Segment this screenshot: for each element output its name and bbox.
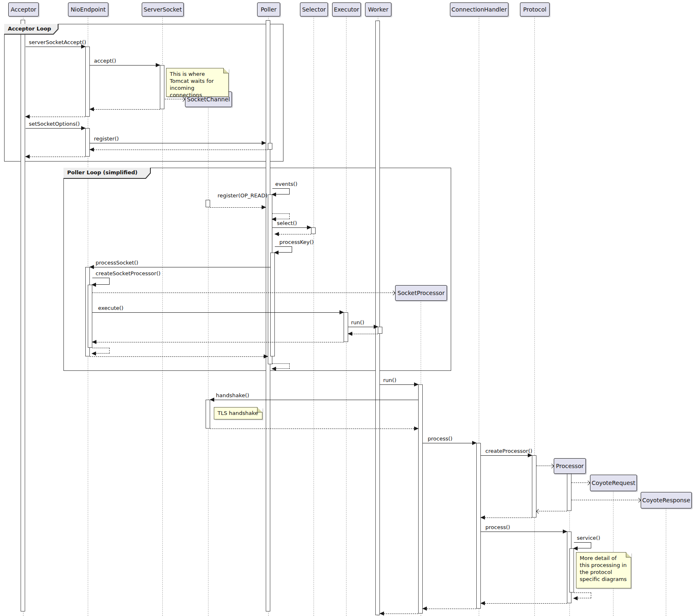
return-serversocket-nioendpoint bbox=[90, 109, 160, 110]
return-nioendpoint-acceptor-1 bbox=[26, 117, 85, 117]
label-events: events() bbox=[275, 181, 297, 187]
arrowhead-icon bbox=[272, 192, 276, 197]
participant-poller: Poller bbox=[257, 2, 280, 16]
arrowhead-icon bbox=[480, 515, 485, 520]
participant-processor: Processor bbox=[554, 458, 586, 474]
label-accept: accept() bbox=[94, 58, 116, 64]
sequence-diagram: Acceptor Loop Poller Loop (simplified) bbox=[0, 0, 693, 616]
arrow-process-connection bbox=[423, 443, 476, 443]
arrowhead-icon bbox=[272, 367, 276, 371]
arrow-handshake bbox=[210, 400, 418, 400]
arrowhead-icon bbox=[348, 332, 352, 336]
label-register: register() bbox=[94, 136, 119, 142]
frame-acceptor-loop-tab: Acceptor Loop bbox=[4, 24, 59, 35]
self-message-createsocketprocessor bbox=[92, 278, 110, 285]
activation-processor-1 bbox=[567, 473, 571, 511]
arrowhead-icon bbox=[210, 398, 214, 402]
note-tls-handshake: TLS handshake bbox=[214, 407, 262, 419]
arrowhead-icon bbox=[563, 529, 567, 534]
return-connectionhandler-socketprocessor bbox=[423, 609, 476, 609]
arrow-processsocket bbox=[90, 267, 270, 267]
note-fold-line bbox=[626, 552, 631, 557]
note-tomcat-waits-text: This is where Tomcat waits for incoming … bbox=[170, 71, 214, 98]
activation-processor-service bbox=[569, 548, 574, 593]
arrow-setsocketoptions bbox=[26, 128, 85, 129]
label-service: service() bbox=[577, 535, 600, 541]
arrow-createprocessor bbox=[481, 455, 532, 456]
arrowhead-icon bbox=[573, 596, 578, 600]
arrow-run-socketprocessor bbox=[380, 384, 418, 385]
label-handshake: handshake() bbox=[216, 392, 249, 398]
create-coyoterequest-arrow bbox=[571, 482, 590, 483]
self-return-nioendpoint bbox=[92, 348, 110, 354]
frame-acceptor-loop-title: Acceptor Loop bbox=[4, 24, 58, 34]
participant-socketprocessor: SocketProcessor bbox=[395, 285, 447, 301]
create-socketchannel-arrow bbox=[165, 99, 185, 99]
self-return-poller-2 bbox=[272, 363, 290, 369]
open-arrowhead-icon bbox=[549, 464, 554, 468]
activation-socketchannel-handshake bbox=[206, 400, 210, 429]
return-nioendpoint-poller bbox=[90, 356, 268, 357]
note-fold-line bbox=[223, 68, 229, 73]
arrow-register bbox=[90, 143, 266, 143]
arrowhead-icon bbox=[422, 607, 427, 611]
return-protocol-connectionhandler bbox=[481, 518, 532, 518]
arrow-process-processor bbox=[481, 532, 567, 532]
activation-nioendpoint-createsocketprocessor bbox=[88, 285, 92, 348]
return-socketprocessor-worker bbox=[380, 614, 418, 614]
arrowhead-icon bbox=[573, 546, 578, 550]
label-setsocketoptions: setSocketOptions() bbox=[29, 121, 80, 127]
open-arrowhead-icon bbox=[585, 480, 590, 485]
lifeline-protocol bbox=[534, 16, 535, 616]
label-execute: execute() bbox=[98, 305, 124, 311]
open-arrowhead-icon bbox=[636, 498, 641, 502]
self-message-service bbox=[574, 542, 591, 548]
arrowhead-icon bbox=[414, 382, 419, 386]
return-worker-executor bbox=[348, 334, 378, 334]
activation-poller-register bbox=[268, 143, 272, 150]
return-selector-poller bbox=[275, 234, 311, 234]
arrow-serversocketaccept bbox=[26, 47, 85, 47]
activation-executor bbox=[344, 312, 348, 342]
arrowhead-icon bbox=[262, 141, 266, 145]
return-socketchannel-socketprocessor bbox=[210, 429, 418, 429]
arrowhead-icon bbox=[156, 63, 160, 67]
arrowhead-icon bbox=[89, 148, 94, 152]
activation-selector bbox=[311, 227, 316, 234]
arrow-accept bbox=[90, 65, 160, 66]
label-select: select() bbox=[277, 220, 297, 226]
arrow-select bbox=[272, 227, 311, 228]
arrowhead-icon bbox=[264, 354, 268, 358]
note-more-detail: More detail of this processing in the pr… bbox=[576, 552, 631, 588]
activation-nioendpoint-2 bbox=[85, 128, 90, 157]
self-message-processkey bbox=[275, 246, 292, 253]
arrowhead-icon bbox=[91, 351, 96, 356]
participant-nioendpoint: NioEndpoint bbox=[68, 2, 108, 16]
frame-poller-loop-tab: Poller Loop (simplified) bbox=[63, 168, 151, 179]
arrowhead-icon bbox=[89, 265, 94, 269]
arrowhead-icon bbox=[92, 340, 96, 344]
arrowhead-icon bbox=[262, 205, 266, 209]
participant-coyoteresponse: CoyoteResponse bbox=[641, 492, 692, 508]
arrowhead-icon bbox=[339, 310, 344, 314]
create-socketprocessor-arrow bbox=[92, 293, 395, 293]
arrowhead-icon bbox=[472, 441, 477, 445]
arrowhead-icon bbox=[25, 155, 30, 159]
label-processkey: processKey() bbox=[279, 239, 314, 245]
participant-serversocket: ServerSocket bbox=[142, 2, 184, 16]
participant-executor: Executor bbox=[332, 2, 361, 16]
return-socketchannel-poller bbox=[210, 207, 266, 208]
arrow-run-worker bbox=[348, 327, 378, 327]
arrowhead-icon bbox=[89, 107, 94, 111]
label-processsocket: processSocket() bbox=[96, 260, 138, 266]
note-tomcat-waits: This is where Tomcat waits for incoming … bbox=[166, 68, 229, 97]
activation-serversocket bbox=[160, 65, 164, 109]
self-return-poller-1 bbox=[272, 213, 290, 219]
activation-acceptor bbox=[21, 20, 25, 611]
return-nioendpoint-acceptor-2 bbox=[26, 157, 85, 157]
create-coyoteresponse-arrow bbox=[571, 500, 641, 500]
label-serversocketaccept: serverSocketAccept() bbox=[29, 39, 86, 45]
activation-poller-processkey bbox=[270, 253, 275, 356]
frame-poller-loop-title: Poller Loop (simplified) bbox=[63, 168, 150, 178]
arrowhead-icon bbox=[307, 225, 311, 230]
